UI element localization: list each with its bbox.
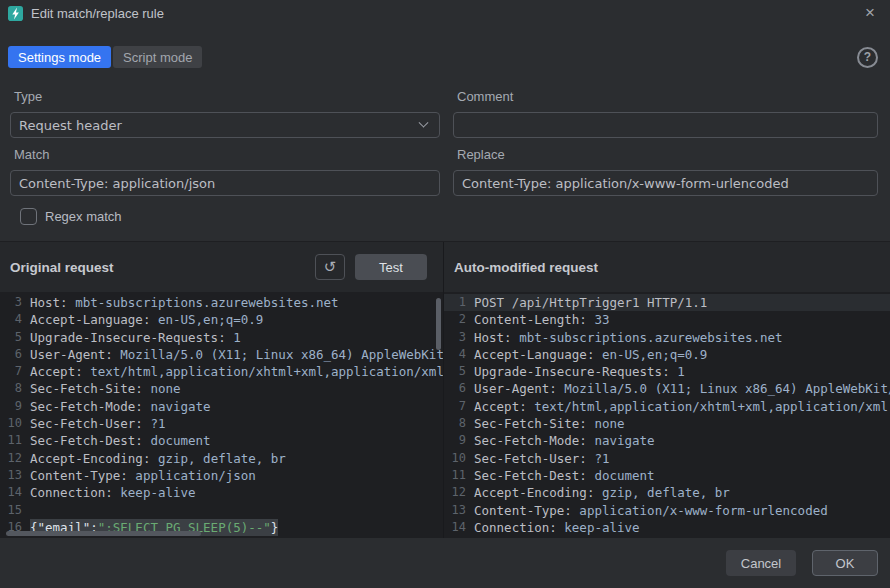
line-text: Accept-Encoding: gzip, deflate, br: [474, 484, 730, 501]
line-text: Accept-Language: en-US,en;q=0.9: [474, 346, 707, 363]
line-number: 11: [444, 467, 466, 484]
line-number: 12: [444, 484, 466, 501]
line-text: Sec-Fetch-Mode: navigate: [30, 398, 211, 415]
tab-settings-mode[interactable]: Settings mode: [8, 46, 111, 68]
request-line: 4Accept-Language: en-US,en;q=0.9: [444, 346, 890, 363]
match-label: Match: [14, 147, 440, 162]
comment-label: Comment: [457, 89, 878, 104]
line-text: Upgrade-Insecure-Requests: 1: [474, 363, 685, 380]
line-number: 9: [444, 432, 466, 449]
line-number: 11: [0, 432, 22, 449]
line-number: 13: [0, 467, 22, 484]
line-number: 4: [444, 346, 466, 363]
request-line: 8Sec-Fetch-Site: none: [0, 380, 443, 397]
request-line: 7Accept: text/html,application/xhtml+xml…: [444, 398, 890, 415]
type-dropdown[interactable]: Request header: [10, 112, 440, 138]
close-icon[interactable]: ×: [856, 2, 884, 24]
line-text: Content-Type: application/x-www-form-url…: [474, 502, 828, 519]
line-text: Sec-Fetch-User: ?1: [30, 415, 165, 432]
cancel-button[interactable]: Cancel: [726, 550, 796, 576]
request-line: 5Upgrade-Insecure-Requests: 1: [444, 363, 890, 380]
chevron-down-icon: [419, 117, 429, 127]
line-number: 3: [444, 329, 466, 346]
ok-button[interactable]: OK: [812, 550, 878, 576]
line-text: Host: mbt-subscriptions.azurewebsites.ne…: [474, 329, 783, 346]
line-text: Accept: text/html,application/xhtml+xml,…: [30, 363, 443, 380]
request-line: 9Sec-Fetch-Mode: navigate: [444, 432, 890, 449]
line-number: 4: [0, 311, 22, 328]
line-number: 7: [444, 398, 466, 415]
original-request-title: Original request: [10, 260, 114, 275]
line-text: Accept-Encoding: gzip, deflate, br: [30, 450, 286, 467]
line-text: User-Agent: Mozilla/5.0 (X11; Linux x86_…: [30, 346, 443, 363]
line-number: 1: [444, 294, 466, 311]
test-button[interactable]: Test: [355, 254, 427, 280]
request-panels: Original request ↺ Test 3Host: mbt-subsc…: [0, 241, 890, 538]
edit-match-replace-rule-dialog: Edit match/replace rule × Settings mode …: [0, 0, 890, 588]
line-number: 2: [444, 311, 466, 328]
line-text: Sec-Fetch-User: ?1: [474, 450, 609, 467]
line-number: 8: [444, 415, 466, 432]
line-number: 6: [0, 346, 22, 363]
line-number: 13: [444, 502, 466, 519]
request-line: 14Connection: keep-alive: [0, 484, 443, 501]
line-number: 5: [444, 363, 466, 380]
request-line: 4Accept-Language: en-US,en;q=0.9: [0, 311, 443, 328]
line-number: 14: [0, 484, 22, 501]
line-number: 3: [0, 294, 22, 311]
rule-form: Type Comment Request header Match Replac…: [0, 68, 890, 225]
request-line: 13Content-Type: application/x-www-form-u…: [444, 502, 890, 519]
mode-tabs-row: Settings mode Script mode ?: [0, 26, 890, 68]
request-line: 12Accept-Encoding: gzip, deflate, br: [0, 450, 443, 467]
line-text: User-Agent: Mozilla/5.0 (X11; Linux x86_…: [474, 380, 890, 397]
line-text: Content-Type: application/json: [30, 467, 256, 484]
request-line: 12Accept-Encoding: gzip, deflate, br: [444, 484, 890, 501]
line-number: 12: [0, 450, 22, 467]
line-text: Sec-Fetch-Dest: document: [30, 432, 211, 449]
request-line: 15: [0, 502, 443, 519]
horizontal-scrollbar[interactable]: [6, 531, 201, 536]
request-line: 11Sec-Fetch-Dest: document: [444, 467, 890, 484]
request-line: 3Host: mbt-subscriptions.azurewebsites.n…: [0, 294, 443, 311]
auto-modified-request-editor[interactable]: 1POST /api/HttpTrigger1 HTTP/1.12Content…: [444, 292, 890, 538]
mode-segmented-control: Settings mode Script mode: [8, 46, 202, 68]
auto-modified-request-panel: Auto-modified request 1POST /api/HttpTri…: [444, 242, 890, 538]
request-line: 2Content-Length: 33: [444, 311, 890, 328]
line-text: Content-Length: 33: [474, 311, 609, 328]
request-line: 11Sec-Fetch-Dest: document: [0, 432, 443, 449]
vertical-scrollbar[interactable]: [436, 298, 441, 350]
request-line: 6User-Agent: Mozilla/5.0 (X11; Linux x86…: [444, 380, 890, 397]
line-text: Sec-Fetch-Site: none: [474, 415, 625, 432]
comment-input[interactable]: [453, 112, 878, 138]
reset-icon[interactable]: ↺: [315, 254, 345, 280]
request-line: 10Sec-Fetch-User: ?1: [444, 450, 890, 467]
request-line: 7Accept: text/html,application/xhtml+xml…: [0, 363, 443, 380]
request-line: 1POST /api/HttpTrigger1 HTTP/1.1: [444, 294, 890, 311]
replace-input[interactable]: [453, 170, 878, 196]
regex-match-label: Regex match: [45, 209, 122, 224]
line-number: 10: [444, 450, 466, 467]
line-text: Connection: keep-alive: [30, 484, 196, 501]
line-text: Sec-Fetch-Dest: document: [474, 467, 655, 484]
line-text: Accept-Language: en-US,en;q=0.9: [30, 311, 263, 328]
replace-label: Replace: [457, 147, 878, 162]
line-text: Accept: text/html,application/xhtml+xml,…: [474, 398, 890, 415]
original-request-editor[interactable]: 3Host: mbt-subscriptions.azurewebsites.n…: [0, 292, 443, 538]
request-line: 10Sec-Fetch-User: ?1: [0, 415, 443, 432]
regex-match-checkbox[interactable]: [20, 208, 37, 225]
tab-script-mode[interactable]: Script mode: [113, 46, 202, 68]
help-icon[interactable]: ?: [857, 47, 878, 68]
type-label: Type: [14, 89, 440, 104]
request-line: 9Sec-Fetch-Mode: navigate: [0, 398, 443, 415]
lightning-bolt-icon: [8, 6, 23, 21]
dialog-title: Edit match/replace rule: [31, 6, 164, 21]
line-number: 14: [444, 519, 466, 536]
line-number: 6: [444, 380, 466, 397]
original-request-header: Original request ↺ Test: [0, 242, 443, 292]
line-number: 5: [0, 329, 22, 346]
line-text: Host: mbt-subscriptions.azurewebsites.ne…: [30, 294, 339, 311]
request-line: 13Content-Type: application/json: [0, 467, 443, 484]
match-input[interactable]: [10, 170, 440, 196]
line-number: 9: [0, 398, 22, 415]
line-text: Sec-Fetch-Site: none: [30, 380, 181, 397]
